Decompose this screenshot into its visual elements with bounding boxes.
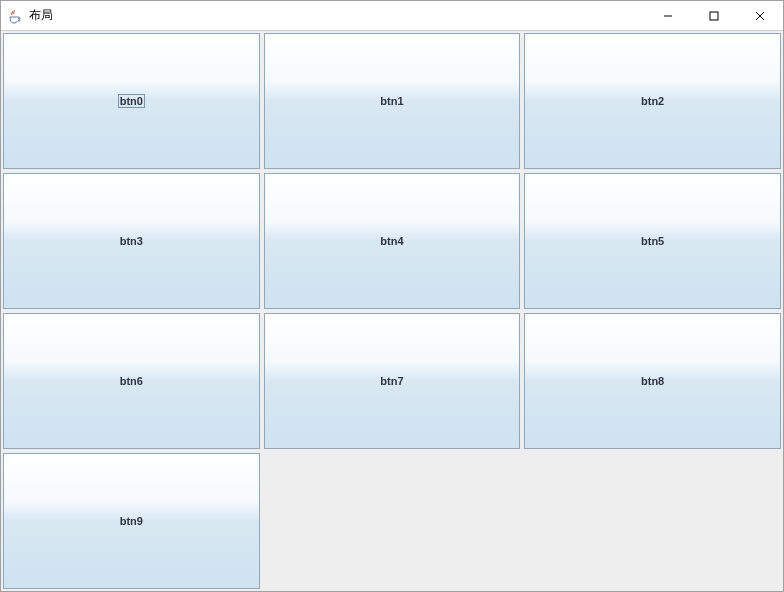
button-btn2[interactable]: btn2 [524,33,781,169]
button-label: btn6 [118,374,145,388]
window-title: 布局 [29,7,645,24]
button-btn7[interactable]: btn7 [264,313,521,449]
button-btn5[interactable]: btn5 [524,173,781,309]
minimize-button[interactable] [645,1,691,30]
window-controls [645,1,783,30]
titlebar: 布局 [1,1,783,31]
button-btn3[interactable]: btn3 [3,173,260,309]
button-label: btn4 [378,234,405,248]
application-window: 布局 btn0 btn1 btn2 btn3 btn4 btn5 btn6 bt… [0,0,784,592]
button-label: btn0 [118,94,145,108]
button-btn4[interactable]: btn4 [264,173,521,309]
button-label: btn9 [118,514,145,528]
button-btn6[interactable]: btn6 [3,313,260,449]
svg-rect-1 [710,12,718,20]
maximize-button[interactable] [691,1,737,30]
close-button[interactable] [737,1,783,30]
button-btn1[interactable]: btn1 [264,33,521,169]
button-label: btn1 [378,94,405,108]
button-label: btn7 [378,374,405,388]
button-label: btn8 [639,374,666,388]
content-pane: btn0 btn1 btn2 btn3 btn4 btn5 btn6 btn7 … [1,31,783,591]
button-label: btn2 [639,94,666,108]
button-label: btn3 [118,234,145,248]
java-icon [7,8,23,24]
button-btn9[interactable]: btn9 [3,453,260,589]
button-btn8[interactable]: btn8 [524,313,781,449]
button-btn0[interactable]: btn0 [3,33,260,169]
button-label: btn5 [639,234,666,248]
